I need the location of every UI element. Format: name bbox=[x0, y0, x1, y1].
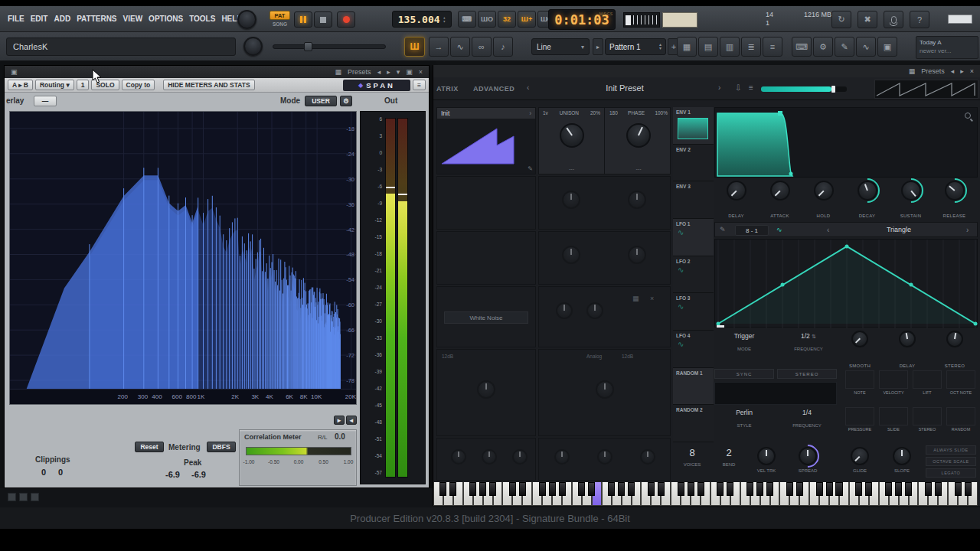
update-notification[interactable]: Today A newer ver... bbox=[916, 36, 978, 59]
master-pitch-slider[interactable] bbox=[273, 42, 386, 51]
mod-source-lift[interactable]: LIFT bbox=[910, 369, 944, 406]
piano-key-black[interactable] bbox=[835, 482, 842, 496]
piano-key-black[interactable] bbox=[766, 482, 773, 496]
pat-mode-button[interactable]: PAT bbox=[270, 11, 290, 20]
edit-icon[interactable]: ✎ bbox=[835, 37, 854, 57]
swap-icon[interactable]: ⇅ bbox=[812, 334, 816, 339]
mini-window-chip[interactable] bbox=[8, 493, 16, 501]
random-frequency-value[interactable]: 1/4 bbox=[777, 409, 837, 416]
mini-window-chip[interactable] bbox=[19, 493, 28, 501]
piano-key-black[interactable] bbox=[855, 482, 862, 496]
blend-notes-icon[interactable]: Ш+ bbox=[518, 11, 536, 28]
lfo1-display[interactable] bbox=[714, 239, 978, 328]
keyboard-view-icon[interactable]: ⌨ bbox=[792, 37, 812, 57]
save-icon[interactable]: ⇩ bbox=[735, 83, 741, 92]
mod-source-random[interactable]: RANDOM bbox=[944, 406, 978, 442]
piano-key-black[interactable] bbox=[895, 482, 902, 496]
spread-knob[interactable] bbox=[799, 447, 817, 465]
lfo-mode-value[interactable]: Trigger bbox=[714, 332, 774, 340]
piano-key-black[interactable] bbox=[746, 482, 753, 496]
spectrum-display[interactable]: -18-24-30-36-42-48-54-60-66-72-78 200300… bbox=[9, 111, 357, 405]
pattern-prev-button[interactable]: ▸ bbox=[593, 38, 603, 55]
piano-key-black[interactable] bbox=[479, 482, 486, 496]
lfo-frequency-value[interactable]: 1/2 bbox=[801, 332, 810, 340]
pencil-icon[interactable]: ✎ bbox=[720, 226, 726, 233]
preset-prev-icon[interactable]: ◂ bbox=[948, 67, 958, 75]
snap-selector[interactable]: Line ▾ bbox=[531, 38, 590, 55]
env-knob-decay[interactable]: DECAY bbox=[845, 179, 889, 220]
osc1-wavetable-display[interactable] bbox=[437, 119, 535, 174]
typing-to-piano-icon[interactable]: ♪ bbox=[493, 37, 513, 57]
voices-value[interactable]: 8 bbox=[675, 447, 710, 458]
browser-icon[interactable]: ≡ bbox=[763, 37, 782, 57]
sample-name[interactable]: White Noise bbox=[444, 311, 528, 324]
slider-handle[interactable] bbox=[304, 42, 312, 51]
stop-button[interactable] bbox=[314, 11, 332, 28]
dim-knob[interactable] bbox=[628, 246, 646, 264]
bend-value[interactable]: 2 bbox=[711, 447, 746, 458]
playback-position-strip[interactable] bbox=[623, 12, 660, 28]
piano-key-black[interactable] bbox=[816, 482, 823, 496]
shape-prev-icon[interactable]: ‹ bbox=[827, 226, 829, 234]
tab-lfo1[interactable]: LFO 1∿ bbox=[673, 219, 714, 256]
dim-knob[interactable] bbox=[554, 449, 570, 465]
lfo-shape-name[interactable]: Triangle bbox=[838, 226, 960, 233]
preset-prev-icon[interactable]: ‹ bbox=[527, 83, 529, 92]
gear-icon[interactable]: ⚙ bbox=[340, 96, 352, 106]
piano-key-black[interactable] bbox=[955, 482, 962, 496]
phase-knob[interactable] bbox=[626, 123, 651, 148]
piano-key-black[interactable] bbox=[717, 482, 724, 496]
osc1-header[interactable]: Init › bbox=[437, 108, 535, 119]
menu-file[interactable]: FILE bbox=[8, 15, 24, 23]
overlay-minus-button[interactable]: — bbox=[34, 96, 57, 106]
piano-key-black[interactable] bbox=[549, 482, 556, 496]
main-pitch-knob[interactable] bbox=[243, 37, 263, 56]
piano-key-black[interactable] bbox=[865, 482, 872, 496]
menu-view[interactable]: VIEW bbox=[123, 15, 143, 23]
dim-knob[interactable] bbox=[562, 246, 580, 264]
piano-key-black[interactable] bbox=[618, 482, 625, 496]
arrow-tool-icon[interactable]: → bbox=[429, 37, 449, 57]
toggle-octave-scale[interactable]: OCTAVE SCALE bbox=[926, 457, 976, 466]
piano-key-black[interactable] bbox=[469, 482, 476, 496]
mixer-icon[interactable]: ≣ bbox=[741, 37, 761, 57]
scroll-right-button[interactable]: ▸ bbox=[334, 416, 345, 425]
knob[interactable] bbox=[899, 331, 916, 347]
tab-env3[interactable]: ENV 3 bbox=[673, 181, 714, 219]
time-display[interactable]: 0:01:03 M:S:CS bbox=[548, 9, 616, 30]
mod-source-velocity[interactable]: VELOCITY bbox=[877, 369, 910, 406]
tab-advanced[interactable]: ADVANCED bbox=[473, 85, 514, 93]
random-frequency-cell[interactable]: 1/4 FREQUENCY bbox=[777, 409, 837, 428]
menu-patterns[interactable]: PATTERNS bbox=[77, 15, 116, 23]
menu-icon[interactable]: ≡ bbox=[749, 83, 753, 92]
piano-roll-icon[interactable]: ▤ bbox=[698, 37, 718, 57]
piano-key-black[interactable] bbox=[826, 482, 833, 496]
piano-key-black[interactable] bbox=[935, 482, 942, 496]
tab-env2[interactable]: ENV 2 bbox=[673, 145, 714, 182]
bend-cell[interactable]: 2 BEND bbox=[711, 447, 746, 467]
detach-icon[interactable]: ▣ bbox=[403, 68, 416, 76]
knob[interactable] bbox=[770, 181, 790, 201]
knob[interactable] bbox=[858, 181, 877, 201]
tab-lfo2[interactable]: LFO 2∿ bbox=[673, 256, 714, 294]
piano-key-black[interactable] bbox=[539, 482, 546, 496]
dim-knob[interactable] bbox=[451, 449, 466, 465]
piano-key-black[interactable] bbox=[648, 482, 655, 496]
tools-icon[interactable]: ✖ bbox=[858, 11, 877, 28]
countdown-icon[interactable]: 32 bbox=[498, 11, 516, 28]
piano-key-black[interactable] bbox=[885, 482, 892, 496]
voices-cell[interactable]: 8 VOICES bbox=[675, 447, 710, 467]
osc3-panel[interactable] bbox=[436, 231, 536, 285]
env-knob-attack[interactable]: ATTACK bbox=[758, 179, 802, 220]
unison-knob[interactable] bbox=[560, 123, 584, 148]
piano-key-black[interactable] bbox=[658, 482, 665, 496]
piano-key-black[interactable] bbox=[796, 482, 803, 496]
channel-rack-button[interactable]: Ш bbox=[404, 37, 425, 57]
master-level-slider[interactable] bbox=[761, 86, 847, 92]
play-pause-button[interactable] bbox=[294, 11, 312, 28]
plugin-picker-icon[interactable]: ▣ bbox=[877, 37, 897, 57]
wait-for-input-icon[interactable]: ШO bbox=[478, 11, 496, 28]
tab-random1[interactable]: RANDOM 1 bbox=[673, 368, 714, 406]
piano-key-black[interactable] bbox=[588, 482, 595, 496]
knob[interactable] bbox=[945, 181, 965, 201]
